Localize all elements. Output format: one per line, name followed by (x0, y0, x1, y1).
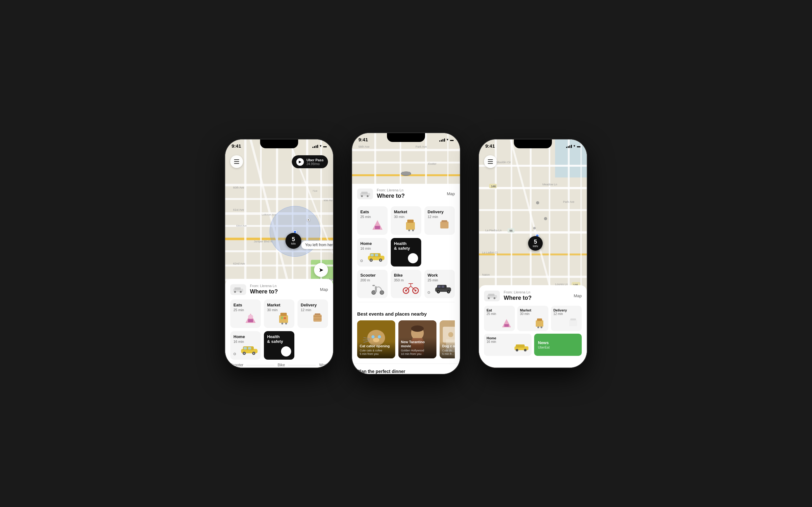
right-market-icon (533, 317, 547, 330)
svg-rect-29 (235, 287, 241, 290)
events-section: Best events and places nearby (352, 306, 460, 363)
svg-rect-55 (352, 162, 460, 164)
market-icon (276, 310, 293, 326)
center-content[interactable]: From: Llerena Ln Where to? Map Eats 25 m… (352, 184, 460, 374)
svg-point-102 (438, 291, 439, 292)
right-wifi-icon: ▾ (573, 144, 575, 148)
center-where-to-row[interactable]: From: Llerena Ln Where to? Map (352, 184, 460, 202)
event-cat-cafe[interactable]: Cat cafee opening Cute cats & cofee5 min… (357, 320, 395, 358)
right-where-to-row[interactable]: From: Llerena Ln Where to? Map (484, 290, 582, 301)
service-item-eats[interactable]: Eats 25 min (230, 299, 261, 328)
service-item-delivery[interactable]: Delivery 12 min (298, 299, 328, 328)
svg-point-112 (378, 335, 381, 338)
saved-location-dot (307, 219, 310, 221)
where-to-text: From: Llerena Ln Where to? (250, 284, 316, 295)
svg-point-38 (285, 323, 287, 325)
scooter-hint: Scooter (230, 363, 243, 367)
center-empty-cell (424, 238, 455, 267)
svg-rect-73 (407, 220, 414, 223)
eats-icon (242, 310, 259, 326)
right-service-market[interactable]: Market 30 min (517, 306, 548, 331)
svg-rect-3 (225, 198, 333, 200)
right-screen: Mauldin Cir Meadow Ln Park Ave La Piedra… (479, 139, 587, 368)
center-signal-icon (439, 138, 445, 142)
svg-text:71st: 71st (312, 189, 317, 192)
center-bike-icon (402, 280, 419, 296)
bike-hint: Bike (277, 363, 285, 367)
left-phone: 60th Ave 61st Ave 62nd Ave Juniper Blvd … (225, 139, 333, 368)
left-screen: 60th Ave 61st Ave 62nd Ave Juniper Blvd … (225, 139, 333, 368)
service-item-market[interactable]: Market 30 min (264, 299, 294, 328)
center-service-market[interactable]: Market 30 min (391, 206, 421, 235)
svg-rect-180 (516, 344, 525, 348)
center-service-eats[interactable]: Eats 25 min (357, 206, 388, 235)
work-hint: Work (319, 363, 328, 367)
center-divider (357, 302, 455, 302)
svg-point-97 (415, 290, 416, 291)
svg-text:Exeter: Exeter (428, 162, 437, 165)
center-service-health[interactable]: Health & safety → (391, 238, 421, 267)
uber-pass-icon: ▶ (296, 158, 304, 166)
navigate-button[interactable]: ➤ (314, 263, 328, 277)
plan-dinner-section[interactable]: Plan the perfect dinner (352, 363, 460, 374)
center-screen: 58th Ave Park Ave Exeter 9:41 ▾ ▬ (352, 133, 460, 374)
center-map-car (400, 170, 412, 177)
center-service-home[interactable]: Home 16 min (357, 238, 388, 267)
svg-rect-105 (442, 285, 444, 288)
svg-point-125 (448, 332, 453, 337)
right-service-delivery[interactable]: Delivery 12 min (551, 306, 582, 331)
svg-point-170 (494, 297, 496, 299)
event-dog[interactable]: Dog c opening Cute do...5 min fr... (440, 320, 455, 358)
center-service-bike[interactable]: Bike 350 m (391, 270, 421, 298)
svg-point-87 (380, 291, 384, 294)
right-home-item[interactable]: Home 16 min (484, 334, 531, 356)
svg-rect-89 (372, 285, 375, 286)
center-service-work[interactable]: Work 25 min (424, 270, 455, 298)
right-where-to-text: From: Llerena Ln Where to? (504, 290, 570, 301)
divider-line (247, 365, 274, 365)
center-phone: 58th Ave Park Ave Exeter 9:41 ▾ ▬ (352, 133, 460, 374)
right-hamburger-icon (488, 159, 493, 164)
svg-point-156 (533, 227, 536, 229)
svg-rect-40 (284, 317, 286, 319)
service-item-home[interactable]: Home 16 min (230, 331, 261, 360)
svg-text:60th Ave: 60th Ave (233, 186, 244, 189)
svg-rect-65 (402, 172, 410, 175)
center-service-delivery[interactable]: Delivery 12 min (424, 206, 455, 235)
svg-point-108 (370, 332, 373, 335)
where-to-row[interactable]: From: Llerena Ln Where to? Map (230, 284, 328, 295)
uber-pass-badge[interactable]: ▶ Uber Pass 24.99/mo (292, 155, 328, 168)
svg-rect-84 (370, 254, 374, 257)
svg-point-96 (405, 290, 407, 291)
svg-rect-172 (504, 324, 509, 327)
event-tarantino[interactable]: New Tarantino movie Golden Hollywood10 m… (398, 320, 437, 358)
svg-point-120 (411, 326, 424, 332)
right-service-eat[interactable]: Eat 25 min (484, 306, 515, 331)
svg-point-68 (361, 195, 363, 197)
right-news-item[interactable]: News UberEat (534, 334, 582, 356)
svg-text:Park Ave: Park Ave (563, 200, 574, 204)
service-item-health[interactable]: Health & safety → (264, 331, 294, 360)
svg-text:58th Ave: 58th Ave (358, 145, 369, 148)
home-loc-pin (360, 260, 363, 262)
svg-point-155 (544, 217, 547, 220)
right-top-services: Eat 25 min Market 30 min (484, 306, 582, 331)
svg-point-169 (488, 297, 490, 299)
menu-button[interactable] (230, 155, 243, 168)
svg-point-31 (240, 291, 242, 293)
right-vehicle-icon (484, 291, 500, 301)
notch (260, 139, 298, 148)
delivery-icon (310, 310, 326, 326)
svg-point-30 (234, 291, 236, 293)
svg-text:La Ladon Ct: La Ladon Ct (482, 251, 498, 254)
center-battery-icon: ▬ (450, 138, 454, 142)
svg-rect-88 (375, 286, 377, 292)
svg-text:Elliot Ave: Elliot Ave (236, 224, 247, 227)
right-menu-button[interactable] (484, 155, 497, 168)
right-status-icons: ▾ ▬ (566, 144, 580, 148)
center-service-scooter[interactable]: Scooter 200 m (357, 270, 388, 298)
svg-rect-168 (488, 294, 495, 296)
home-car-icon (240, 342, 259, 358)
svg-text:90th Rd: 90th Rd (323, 199, 333, 202)
svg-point-181 (516, 349, 518, 351)
